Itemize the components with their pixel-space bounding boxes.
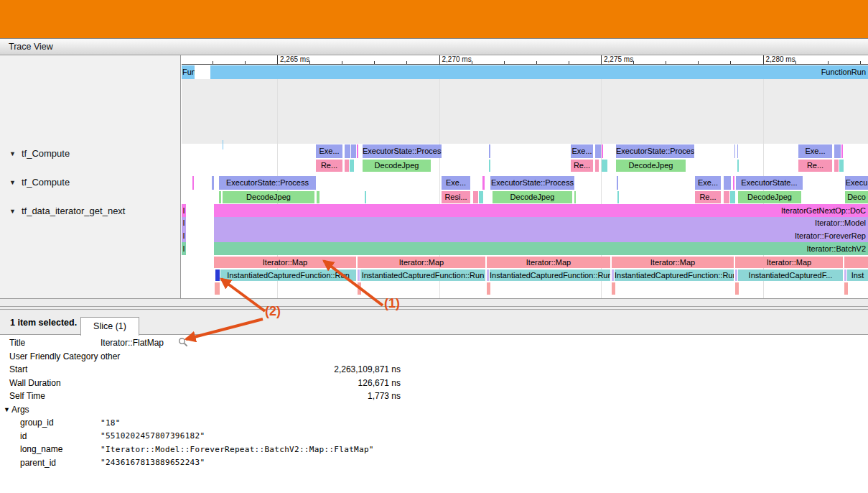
trace-event[interactable]: I (182, 229, 186, 242)
trace-event[interactable]: ExecutorState::Process (490, 176, 574, 190)
trace-event-tick[interactable] (844, 269, 846, 281)
trace-event[interactable]: Iterator::ForeverRep (214, 229, 868, 242)
trace-event[interactable]: Iterator::Map (358, 257, 485, 268)
trace-event-tick[interactable] (724, 191, 729, 203)
trace-event-tick[interactable] (724, 176, 731, 190)
trace-event[interactable]: DecodeJpeg (738, 191, 801, 203)
trace-event[interactable]: Iterator::Map (487, 257, 610, 268)
trace-event[interactable]: InstantiatedCapturedFunction::Run (615, 269, 734, 281)
trace-event-tick[interactable] (215, 282, 220, 295)
trace-event-tick[interactable] (734, 144, 735, 158)
trace-event-tick[interactable] (473, 191, 478, 203)
trace-event[interactable]: Re... (695, 191, 721, 203)
trace-event-tick[interactable] (844, 257, 868, 268)
trace-event-tick[interactable] (345, 160, 349, 172)
trace-event[interactable]: Iterator::Map (214, 257, 356, 268)
trace-event-tick[interactable] (489, 144, 490, 158)
trace-event[interactable]: Iterator::Map (612, 257, 734, 268)
trace-event[interactable]: FunctionRun (210, 65, 868, 79)
trace-event-tick[interactable] (737, 144, 738, 158)
trace-event-tick[interactable] (841, 144, 843, 158)
trace-event-tick[interactable] (357, 144, 358, 158)
trace-event-tick[interactable] (733, 176, 734, 190)
trace-event[interactable]: DecodeJpeg (493, 191, 572, 203)
collapse-triangle-icon[interactable]: ▼ (9, 208, 16, 215)
trace-event[interactable]: ExecutorState::Process (219, 176, 316, 190)
trace-event[interactable]: I (182, 204, 186, 217)
trace-event[interactable]: Fun (182, 65, 195, 79)
trace-event[interactable]: Execu (845, 176, 868, 190)
trace-event-tick[interactable] (350, 160, 354, 172)
trace-event-tick[interactable] (574, 191, 576, 203)
trace-event-tick[interactable] (358, 269, 360, 281)
trace-event-tick[interactable] (489, 160, 490, 172)
trace-event[interactable]: Exe... (571, 144, 593, 158)
trace-event[interactable]: ExecutorState... (736, 176, 803, 190)
trace-event[interactable]: InstantiatedCapturedFunction::Run (490, 269, 610, 281)
args-section-header[interactable]: ▼Args (4, 403, 868, 417)
trace-event-tick[interactable] (595, 144, 601, 158)
trace-event[interactable]: InstantiatedCapturedFunction::Run (360, 269, 485, 281)
trace-event[interactable]: Exe... (316, 144, 342, 158)
trace-event-tick[interactable] (602, 144, 603, 158)
trace-event-tick[interactable] (351, 144, 356, 158)
trace-event[interactable]: Deco (845, 191, 868, 203)
trace-event-tick[interactable] (617, 176, 618, 190)
trace-event[interactable]: Inst (847, 269, 868, 281)
trace-event-tick[interactable] (345, 144, 350, 158)
trace-event-tick[interactable] (617, 191, 619, 203)
trace-event[interactable]: I (182, 217, 186, 229)
trace-event-tick[interactable] (602, 160, 607, 172)
trace-event-tick[interactable] (479, 191, 483, 203)
trace-event[interactable]: DecodeJpeg (223, 191, 314, 203)
trace-event[interactable]: Iterator::Model (214, 217, 868, 229)
trace-event[interactable]: Re... (316, 160, 342, 172)
sidebar-track-0[interactable]: ▼tf_Compute (9, 147, 70, 160)
trace-event-tick[interactable] (730, 191, 735, 203)
trace-event[interactable]: Exe... (695, 176, 721, 190)
trace-event-tick[interactable] (834, 160, 839, 172)
panel-resize-divider[interactable] (0, 298, 868, 311)
trace-event-tick[interactable] (612, 269, 614, 281)
tab-slice[interactable]: Slice (1) (80, 317, 139, 336)
sidebar-track-2[interactable]: ▼tf_data_iterator_get_next (9, 205, 125, 217)
trace-event-tick[interactable] (215, 269, 220, 281)
trace-event-tick[interactable] (212, 176, 214, 190)
trace-event[interactable]: InstantiatedCapturedF... (738, 269, 843, 281)
trace-event-tick[interactable] (612, 282, 615, 295)
trace-event-tick[interactable] (487, 282, 490, 295)
trace-event[interactable]: ExecutorState::Process (363, 144, 442, 158)
trace-event[interactable]: Iterator::Map (735, 257, 843, 268)
sidebar-track-1[interactable]: ▼tf_Compute (9, 176, 70, 188)
trace-event-tick[interactable] (365, 191, 366, 203)
trace-event[interactable]: Exe... (442, 176, 470, 190)
trace-event[interactable]: ExecutorState::Process (616, 144, 694, 158)
timeline-canvas[interactable]: 2,265 ms2,270 ms2,275 ms2,280 ms FunFunc… (182, 55, 868, 298)
trace-event-tick[interactable] (839, 160, 844, 172)
trace-event-tick[interactable] (487, 269, 489, 281)
trace-event-tick[interactable] (844, 282, 848, 295)
trace-event[interactable]: Iterator::BatchV2 (214, 242, 868, 255)
trace-event-tick[interactable] (192, 176, 194, 190)
trace-event-tick[interactable] (735, 269, 737, 281)
trace-event[interactable]: Re... (571, 160, 593, 172)
timeline-ruler[interactable]: 2,265 ms2,270 ms2,275 ms2,280 ms (182, 55, 868, 65)
trace-event-tick[interactable] (358, 282, 361, 295)
args-collapse-triangle-icon[interactable]: ▼ (4, 406, 10, 413)
trace-event[interactable]: I (182, 242, 186, 255)
trace-event[interactable]: InstantiatedCapturedFunction::Run (220, 269, 356, 281)
trace-event[interactable]: Exe... (798, 144, 832, 158)
trace-event-tick[interactable] (735, 282, 739, 295)
collapse-triangle-icon[interactable]: ▼ (9, 179, 16, 186)
trace-event[interactable]: DecodeJpeg (616, 160, 686, 172)
trace-event-tick[interactable] (219, 191, 221, 203)
trace-event-tick[interactable] (834, 144, 841, 158)
trace-event-tick[interactable] (595, 160, 599, 172)
trace-event[interactable]: Re... (798, 160, 832, 172)
collapse-triangle-icon[interactable]: ▼ (9, 150, 16, 157)
trace-event[interactable]: DecodeJpeg (363, 160, 431, 172)
trace-event[interactable]: IteratorGetNextOp::DoC (214, 204, 868, 217)
trace-event-tick[interactable] (317, 191, 319, 203)
search-icon[interactable] (178, 337, 188, 349)
trace-event-tick[interactable] (737, 160, 739, 172)
